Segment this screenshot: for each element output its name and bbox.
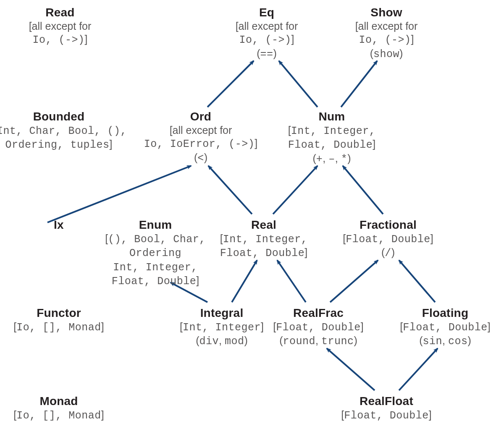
svg-line-10 [330, 260, 378, 302]
node-integral: Integral [Int, Integer] (div, mod) [169, 306, 274, 348]
instances: [Float, Double] [264, 320, 373, 334]
instances: [Int, Integer, Float, Double] [277, 124, 386, 152]
node-num: Num [Int, Integer, Float, Double] (+, –,… [277, 109, 386, 166]
methods: (==) [220, 47, 313, 61]
svg-line-5 [273, 166, 318, 214]
methods: (sin, cos) [391, 334, 500, 348]
class-name: Real [211, 217, 316, 232]
typeclass-hierarchy-diagram: { "colors": { "arrow": "#17457a", "title… [0, 0, 504, 434]
instances: [Io, [], Monad] [8, 408, 109, 422]
class-name: Read [14, 5, 106, 20]
svg-line-11 [399, 260, 435, 302]
class-name: Ord [138, 109, 264, 124]
svg-line-9 [277, 260, 306, 302]
node-eq: Eq [all except for Io, (->)] (==) [220, 5, 313, 61]
node-enum: Enum [(), Bool, Char, Ordering Int, Inte… [101, 217, 210, 288]
methods: (round, trunc) [264, 334, 373, 348]
svg-line-0 [207, 61, 254, 107]
node-bounded: Bounded [Int, Char, Bool, (), Ordering, … [0, 109, 124, 152]
node-fractional: Fractional [Float, Double] (/) [333, 217, 443, 260]
instances: [(), Bool, Char, Ordering Int, Integer, … [101, 232, 210, 288]
svg-line-4 [208, 166, 252, 214]
methods: (/) [333, 246, 443, 260]
instances: [Int, Char, Bool, (), Ordering, tuples] [0, 124, 124, 152]
node-realfrac: RealFrac [Float, Double] (round, trunc) [264, 306, 373, 348]
svg-line-6 [343, 166, 383, 214]
methods: (div, mod) [169, 334, 274, 348]
instances: [Io, [], Monad] [8, 320, 109, 334]
node-ord: Ord [all except for Io, IoError, (->)] (… [138, 109, 264, 165]
instances: [Float, Double] [391, 320, 500, 334]
class-name: Fractional [333, 217, 443, 232]
methods: (+, –, *) [277, 152, 386, 166]
instances: [Float, Double] [334, 408, 439, 422]
node-ix: Ix [46, 217, 71, 232]
svg-line-12 [327, 348, 375, 390]
instances: [all except for Io, (->)] [220, 20, 313, 47]
class-name: Enum [101, 217, 210, 232]
class-name: Integral [169, 306, 274, 320]
class-name: Floating [391, 306, 500, 320]
node-show: Show [all except for Io, (->)] (show) [340, 5, 433, 61]
class-name: Monad [8, 394, 109, 408]
svg-line-1 [279, 61, 318, 107]
node-functor: Functor [Io, [], Monad] [8, 306, 109, 334]
node-realfloat: RealFloat [Float, Double] [334, 394, 439, 422]
methods: (<) [138, 151, 264, 165]
instances: [all except for Io, IoError, (->)] [138, 124, 264, 151]
class-name: RealFloat [334, 394, 439, 408]
instances: [Float, Double] [333, 232, 443, 246]
node-monad: Monad [Io, [], Monad] [8, 394, 109, 422]
instances: [all except for Io, (->)] [340, 20, 433, 47]
instances: [all except for Io, (->)] [14, 20, 106, 47]
node-floating: Floating [Float, Double] (sin, cos) [391, 306, 500, 348]
svg-line-3 [47, 166, 191, 222]
node-real: Real [Int, Integer, Float, Double] [211, 217, 316, 260]
node-read: Read [all except for Io, (->)] [14, 5, 106, 47]
svg-line-13 [399, 348, 438, 390]
class-name: RealFrac [264, 306, 373, 320]
class-name: Functor [8, 306, 109, 320]
class-name: Bounded [0, 109, 124, 124]
class-name: Num [277, 109, 386, 124]
instances: [Int, Integer, Float, Double] [211, 232, 316, 260]
svg-line-2 [341, 61, 377, 107]
diagram-arrows [0, 0, 504, 434]
class-name: Show [340, 5, 433, 20]
class-name: Ix [46, 217, 71, 232]
class-name: Eq [220, 5, 313, 20]
instances: [Int, Integer] [169, 320, 274, 334]
svg-line-8 [232, 260, 257, 302]
methods: (show) [340, 47, 433, 61]
